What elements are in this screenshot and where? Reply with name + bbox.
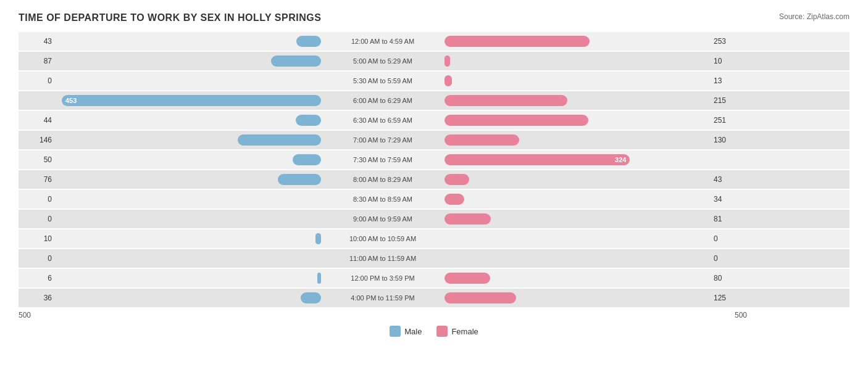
male-bar	[271, 56, 321, 67]
female-bar	[444, 174, 469, 185]
male-bar	[315, 233, 321, 244]
chart-row: 768:00 AM to 8:29 AM43	[19, 170, 849, 189]
female-bar	[444, 36, 590, 47]
time-label: 9:00 AM to 9:59 AM	[321, 215, 444, 223]
male-legend-label: Male	[404, 327, 422, 336]
female-bar: 324	[444, 154, 630, 165]
male-bar-container	[56, 233, 321, 244]
chart-row: 05:30 AM to 5:59 AM13	[19, 72, 849, 90]
male-value: 0	[19, 254, 56, 263]
female-value: 81	[710, 215, 747, 223]
female-bar	[444, 292, 516, 303]
female-bar-container	[444, 213, 710, 225]
female-value: 251	[710, 116, 747, 125]
chart-row: 507:30 AM to 7:59 AM324	[19, 151, 849, 169]
male-legend-box	[390, 326, 401, 337]
time-label: 6:30 AM to 6:59 AM	[321, 117, 444, 124]
male-bar	[278, 174, 321, 185]
male-value: 36	[19, 294, 56, 302]
legend-male: Male	[390, 326, 422, 337]
female-bar-container	[444, 36, 710, 47]
time-label: 12:00 PM to 3:59 PM	[321, 274, 444, 282]
chart-row: 4536:00 AM to 6:29 AM215	[19, 91, 849, 110]
chart-row: 1010:00 AM to 10:59 AM0	[19, 229, 849, 248]
male-bar	[296, 115, 321, 126]
male-bar-container	[56, 273, 321, 284]
female-bar	[444, 115, 588, 126]
male-bar-container	[56, 292, 321, 303]
female-bar	[444, 56, 450, 67]
male-value: 76	[19, 175, 56, 184]
male-bar	[238, 134, 321, 146]
female-bar-container	[444, 115, 710, 126]
female-value: 253	[710, 37, 747, 46]
male-bar	[293, 154, 321, 165]
female-value: 0	[710, 234, 747, 243]
female-bar-container	[444, 134, 710, 146]
axis-row: 500 500	[19, 311, 849, 320]
time-label: 12:00 AM to 4:59 AM	[321, 38, 444, 45]
male-bar-container	[56, 115, 321, 126]
male-value: 6	[19, 274, 56, 282]
male-value: 87	[19, 57, 56, 65]
chart-row: 09:00 AM to 9:59 AM81	[19, 210, 849, 228]
male-value: 50	[19, 155, 56, 164]
female-legend-label: Female	[451, 327, 478, 336]
male-value: 146	[19, 136, 56, 144]
time-label: 6:00 AM to 6:29 AM	[321, 97, 444, 104]
female-value: 130	[710, 136, 747, 144]
female-value: 80	[710, 274, 747, 282]
female-bar-container: 324	[444, 154, 710, 165]
male-bar-container	[56, 174, 321, 185]
female-bar-container	[444, 56, 710, 67]
female-value: 43	[710, 175, 747, 184]
time-label: 5:00 AM to 5:29 AM	[321, 57, 444, 65]
chart-row: 4312:00 AM to 4:59 AM253	[19, 32, 849, 51]
male-value: 43	[19, 37, 56, 46]
female-legend-box	[436, 326, 448, 337]
male-bar-container	[56, 154, 321, 165]
female-value: 215	[710, 96, 747, 105]
female-value: 0	[710, 254, 747, 263]
chart-row: 1467:00 AM to 7:29 AM130	[19, 131, 849, 149]
female-bar	[444, 194, 464, 205]
male-bar-container	[56, 56, 321, 67]
time-label: 8:00 AM to 8:29 AM	[321, 176, 444, 183]
time-label: 8:30 AM to 8:59 AM	[321, 196, 444, 203]
chart-area: 4312:00 AM to 4:59 AM253875:00 AM to 5:2…	[19, 32, 849, 337]
chart-row: 612:00 PM to 3:59 PM80	[19, 269, 849, 287]
male-bar	[296, 36, 321, 47]
axis-left-label: 500	[19, 311, 321, 320]
male-bar-container	[56, 36, 321, 47]
chart-title: TIME OF DEPARTURE TO WORK BY SEX IN HOLL…	[19, 12, 321, 23]
female-bar	[444, 75, 452, 86]
male-bar: 453	[62, 95, 321, 106]
time-label: 10:00 AM to 10:59 AM	[321, 235, 444, 242]
female-bar-container	[444, 95, 710, 106]
female-bar	[444, 213, 491, 225]
female-bar-container	[444, 292, 710, 303]
female-value: 13	[710, 76, 747, 85]
legend: Male Female	[19, 326, 849, 337]
chart-row: 011:00 AM to 11:59 AM0	[19, 249, 849, 268]
male-value: 0	[19, 215, 56, 223]
male-bar	[301, 292, 321, 303]
time-label: 7:30 AM to 7:59 AM	[321, 156, 444, 163]
time-label: 11:00 AM to 11:59 AM	[321, 255, 444, 262]
male-value: 0	[19, 76, 56, 85]
female-bar	[444, 273, 490, 284]
female-bar-container	[444, 194, 710, 205]
female-bar	[444, 134, 519, 146]
female-bar-container	[444, 273, 710, 284]
chart-row: 446:30 AM to 6:59 AM251	[19, 111, 849, 130]
time-label: 7:00 AM to 7:29 AM	[321, 136, 444, 144]
female-bar	[444, 95, 567, 106]
axis-right-label: 500	[444, 311, 747, 320]
source-label: Source: ZipAtlas.com	[779, 12, 849, 21]
time-label: 4:00 PM to 11:59 PM	[321, 294, 444, 302]
chart-row: 08:30 AM to 8:59 AM34	[19, 190, 849, 208]
time-label: 5:30 AM to 5:59 AM	[321, 77, 444, 85]
legend-female: Female	[436, 326, 478, 337]
male-value: 44	[19, 116, 56, 125]
female-bar-container	[444, 174, 710, 185]
